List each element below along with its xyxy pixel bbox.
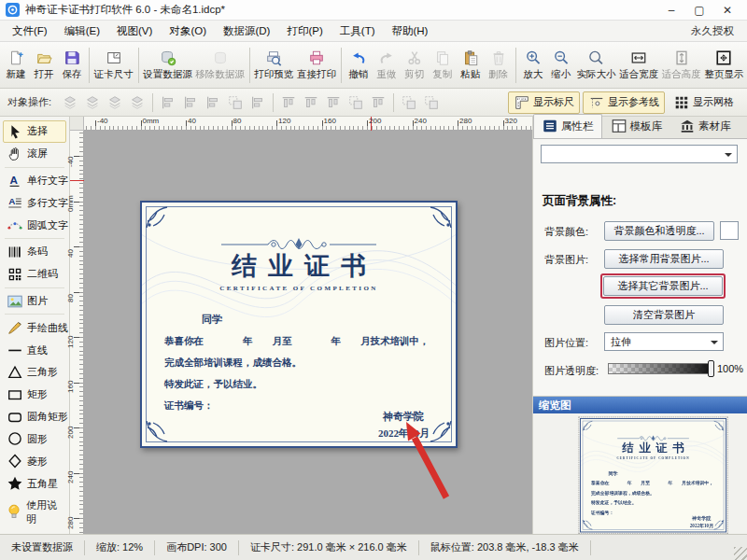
line-icon bbox=[7, 342, 23, 358]
tool-single-line-text[interactable]: A单行文字 bbox=[3, 170, 66, 192]
tool-label: 滚屏 bbox=[27, 147, 48, 161]
clear-bg-button[interactable]: 清空背景图片 bbox=[604, 305, 724, 325]
single-text-icon: A bbox=[7, 173, 23, 189]
tab-properties[interactable]: 属性栏 bbox=[533, 114, 602, 138]
tool-star[interactable]: 五角星 bbox=[3, 472, 66, 495]
vertical-ruler: -400mm4080120160200240280 bbox=[70, 131, 84, 534]
tool-label: 菱形 bbox=[27, 455, 48, 469]
select-other-bg-button[interactable]: 选择其它背景图片... bbox=[603, 276, 723, 296]
tab-material-library[interactable]: 素材库 bbox=[670, 114, 740, 138]
bg-color-button[interactable]: 背景颜色和透明度... bbox=[604, 221, 714, 241]
menu-item[interactable]: 视图(V) bbox=[108, 21, 161, 41]
menu-item[interactable]: 打印(P) bbox=[278, 21, 331, 41]
toolbar-button-undo[interactable]: 撤销 bbox=[345, 44, 373, 87]
toolbar-button-print-preview[interactable]: 打印预览 bbox=[253, 44, 296, 87]
equal-spacing-h-icon bbox=[247, 92, 269, 113]
tool-qrcode[interactable]: 二维码 bbox=[3, 263, 66, 286]
card-size: 证卡尺寸: 291.0 毫米 × 216.0 毫米 bbox=[239, 540, 419, 555]
tool-rectangle[interactable]: 矩形 bbox=[3, 384, 66, 406]
resize-grip bbox=[734, 547, 747, 560]
toolbar-separator bbox=[138, 48, 139, 83]
ruler-label: 320 bbox=[505, 117, 517, 125]
toolbar-button-save[interactable]: 保存 bbox=[58, 44, 86, 87]
opacity-slider[interactable] bbox=[608, 363, 712, 374]
toolbar-button-fit-width[interactable]: 适合宽度 bbox=[617, 44, 660, 87]
tool-label: 条码 bbox=[27, 245, 48, 259]
toolbar-button-actual-size[interactable]: 实际大小 bbox=[575, 44, 618, 87]
svg-text:A: A bbox=[10, 173, 19, 185]
menu-item[interactable]: 对象(O) bbox=[161, 21, 215, 41]
object-selector-dropdown[interactable] bbox=[541, 145, 738, 163]
tool-line[interactable]: 直线 bbox=[3, 339, 66, 361]
new-file-icon bbox=[7, 49, 24, 67]
toolbar-button-fit-height: 适合高度 bbox=[660, 44, 703, 87]
bulb-icon bbox=[6, 503, 22, 522]
tool-barcode[interactable]: 条码 bbox=[3, 241, 66, 263]
design-canvas[interactable]: 结业证书 CERTIFICATE OF COMPLETION 同学 恭喜你在 年… bbox=[84, 131, 532, 534]
tool-freehand-curve[interactable]: 手绘曲线 bbox=[3, 316, 66, 339]
show-ruler-button[interactable]: 显示标尺 bbox=[508, 91, 580, 114]
tool-label: 圆形 bbox=[27, 432, 48, 446]
bg-color-swatch[interactable] bbox=[720, 221, 739, 240]
toolbar-button-label: 适合高度 bbox=[662, 68, 701, 81]
minimize-button[interactable]: – bbox=[657, 1, 685, 20]
tab-template-library[interactable]: 模板库 bbox=[602, 114, 671, 138]
show-grid-button[interactable]: 显示网格 bbox=[668, 91, 740, 114]
toolbar-button-new[interactable]: 新建 bbox=[2, 44, 30, 87]
tool-select[interactable]: 选择 bbox=[3, 120, 66, 143]
tool-diamond[interactable]: 菱形 bbox=[3, 450, 66, 472]
tab-label: 模板库 bbox=[630, 119, 663, 133]
menu-item[interactable]: 工具(T) bbox=[331, 21, 384, 41]
canvas-dpi: 画布DPI: 300 bbox=[155, 540, 239, 555]
ruler-label: 160 bbox=[66, 381, 75, 393]
close-button[interactable]: ✕ bbox=[713, 1, 741, 20]
ruler-label: 200 bbox=[66, 426, 75, 438]
ruler-label: 80 bbox=[233, 117, 242, 125]
image-position-value: 拉伸 bbox=[611, 335, 631, 349]
send-to-back-icon bbox=[126, 92, 148, 113]
bg-image-label: 背景图片: bbox=[544, 253, 588, 267]
toolbar-button-paste[interactable]: 粘贴 bbox=[457, 44, 485, 87]
star-icon bbox=[7, 475, 23, 492]
zoom-out-icon bbox=[553, 49, 570, 67]
certificate-title: 结业证书 bbox=[581, 441, 726, 456]
certificate-serial-label: 证书编号： bbox=[591, 510, 613, 515]
toolbar-button-set-datasource[interactable]: 设置数据源 bbox=[142, 44, 194, 87]
tool-circle[interactable]: 圆形 bbox=[3, 428, 66, 451]
maximize-button[interactable]: ▢ bbox=[685, 1, 713, 20]
toolbar-button-open[interactable]: 打开 bbox=[30, 44, 58, 87]
tool-pan[interactable]: 滚屏 bbox=[3, 143, 66, 165]
toolbar-separator bbox=[152, 93, 153, 112]
toolbar-button-card-size[interactable]: 证卡尺寸 bbox=[92, 44, 135, 87]
corner-ornament-icon bbox=[713, 519, 725, 530]
menu-item[interactable]: 文件(F) bbox=[4, 21, 56, 41]
mouse-position-marker bbox=[70, 180, 84, 181]
toolbar-button-fit-page[interactable]: 整页显示 bbox=[702, 44, 745, 87]
tool-triangle[interactable]: 三角形 bbox=[3, 361, 66, 384]
image-position-select[interactable]: 拉伸 bbox=[604, 332, 724, 351]
mouse-position: 鼠标位置: 203.8 毫米, -18.3 毫米 bbox=[419, 540, 591, 555]
toolbar-button-label: 粘贴 bbox=[460, 68, 480, 81]
tool-arc-text[interactable]: 圆弧文字 bbox=[3, 214, 66, 236]
tool-rounded-rectangle[interactable]: 圆角矩形 bbox=[3, 406, 66, 428]
corner-ornament-icon bbox=[429, 205, 453, 230]
corner-ornament-icon bbox=[713, 420, 725, 431]
toolbar-button-zoom-in[interactable]: 放大 bbox=[519, 44, 547, 87]
help-button[interactable]: 使用说明 bbox=[3, 495, 66, 530]
toolbar-separator bbox=[273, 93, 274, 112]
show-guides-button[interactable]: 显示参考线 bbox=[583, 91, 665, 114]
menu-item[interactable]: 数据源(D) bbox=[215, 21, 278, 41]
tab-label: 素材库 bbox=[698, 119, 731, 133]
slider-handle[interactable] bbox=[708, 360, 714, 377]
same-size-icon bbox=[420, 92, 443, 113]
send-backward-icon bbox=[81, 92, 104, 113]
menu-item[interactable]: 编辑(E) bbox=[56, 21, 108, 41]
tool-multi-line-text[interactable]: A多行文字 bbox=[3, 191, 66, 214]
tool-label: 圆弧文字 bbox=[27, 218, 68, 232]
select-common-bg-button[interactable]: 选择常用背景图片... bbox=[604, 249, 724, 269]
toolbar-button-direct-print[interactable]: 直接打印 bbox=[295, 44, 338, 87]
tool-image[interactable]: 图片 bbox=[3, 290, 66, 313]
toolbar-button-zoom-out[interactable]: 缩小 bbox=[547, 44, 575, 87]
menu-item[interactable]: 帮助(H) bbox=[383, 21, 436, 41]
view-button-label: 显示网格 bbox=[693, 95, 734, 109]
